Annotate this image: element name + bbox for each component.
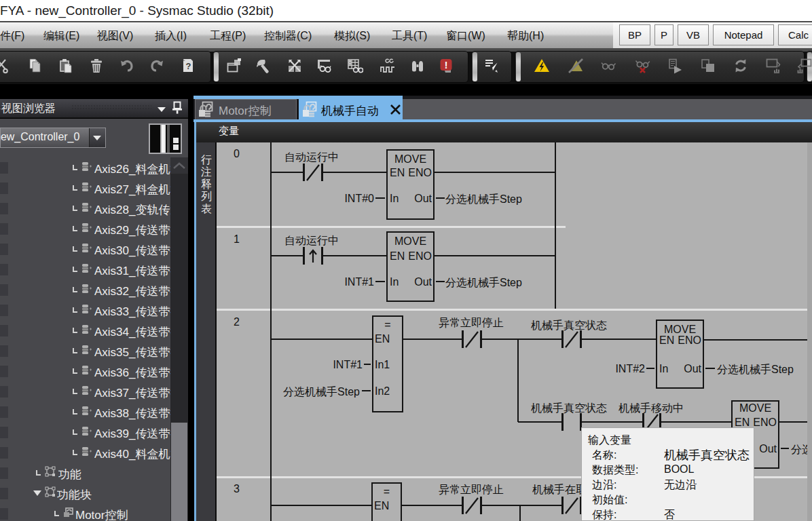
svg-text:?: ? bbox=[186, 61, 191, 71]
svg-text:!: ! bbox=[445, 60, 448, 71]
